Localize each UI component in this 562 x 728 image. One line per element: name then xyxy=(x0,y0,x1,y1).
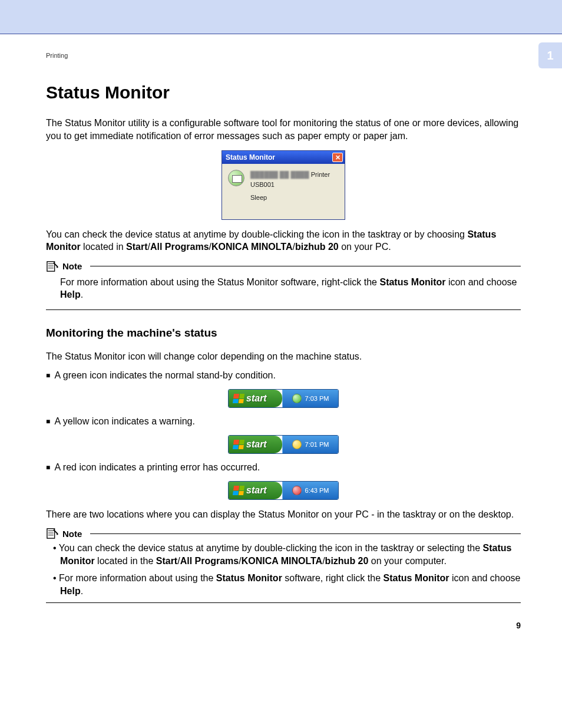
page-title: Status Monitor xyxy=(46,83,521,103)
header-band xyxy=(0,0,562,34)
system-tray: 6:43 PM xyxy=(282,482,338,499)
page-number: 9 xyxy=(516,621,521,630)
start-label: start xyxy=(246,439,267,450)
taskbar-red: start 6:43 PM xyxy=(228,481,339,500)
windows-logo-icon xyxy=(233,440,244,449)
windows-logo-icon xyxy=(233,394,244,403)
status-tray-icon-yellow[interactable] xyxy=(292,440,302,449)
note-1-text: For more information about using the Sta… xyxy=(46,272,521,307)
status-monitor-window: Status Monitor ✕ ██████ ██ ████ Printer … xyxy=(222,150,345,220)
start-label: start xyxy=(246,485,267,496)
system-tray: 7:03 PM xyxy=(282,390,338,407)
body-paragraph-3: There are two locations where you can di… xyxy=(46,508,521,521)
note-2-item-2: For more information about using the Sta… xyxy=(46,569,521,599)
tray-clock: 7:01 PM xyxy=(305,441,329,448)
note-label: Note xyxy=(62,261,82,271)
section-intro: The Status Monitor icon will change colo… xyxy=(46,350,521,363)
status-monitor-text: ██████ ██ ████ Printer USB001 Sleep xyxy=(250,170,330,203)
bullet-yellow: A yellow icon indicates a warning. xyxy=(46,416,521,427)
intro-paragraph: The Status Monitor utility is a configur… xyxy=(46,117,521,142)
status-monitor-title: Status Monitor xyxy=(226,153,275,162)
page-content: 1 Printing Status Monitor The Status Mon… xyxy=(0,34,562,637)
breadcrumb: Printing xyxy=(46,52,521,59)
note-label: Note xyxy=(62,529,82,539)
status-tray-icon-green[interactable] xyxy=(292,394,302,403)
note-icon xyxy=(46,528,59,539)
note-block-2: Note You can check the device status at … xyxy=(46,528,521,602)
close-button[interactable]: ✕ xyxy=(332,153,343,162)
system-tray: 7:01 PM xyxy=(282,436,338,453)
bullet-red: A red icon indicates a printing error ha… xyxy=(46,462,521,473)
start-button[interactable]: start xyxy=(229,390,282,407)
printer-name-suffix: Printer xyxy=(311,171,330,178)
body-paragraph-2: You can check the device status at anyti… xyxy=(46,228,521,253)
section-heading: Monitoring the machine's status xyxy=(46,327,521,340)
chapter-tab: 1 xyxy=(538,42,562,68)
status-monitor-titlebar: Status Monitor ✕ xyxy=(222,151,345,164)
status-tray-icon-red[interactable] xyxy=(292,486,302,495)
bullet-green: A green icon indicates the normal stand-… xyxy=(46,370,521,381)
tray-clock: 6:43 PM xyxy=(305,487,329,494)
note-block-1: Note For more information about using th… xyxy=(46,261,521,310)
note-2-item-1: You can check the device status at anyti… xyxy=(46,539,521,569)
taskbar-yellow: start 7:01 PM xyxy=(228,435,339,454)
note-icon xyxy=(46,261,59,272)
taskbar-green: start 7:03 PM xyxy=(228,389,339,408)
printer-port: USB001 xyxy=(250,180,330,190)
start-button[interactable]: start xyxy=(229,482,282,499)
printer-status-icon xyxy=(228,170,244,186)
start-label: start xyxy=(246,393,267,404)
windows-logo-icon xyxy=(233,486,244,495)
printer-status-text: Sleep xyxy=(250,193,330,203)
tray-clock: 7:03 PM xyxy=(305,395,329,402)
start-button[interactable]: start xyxy=(229,436,282,453)
